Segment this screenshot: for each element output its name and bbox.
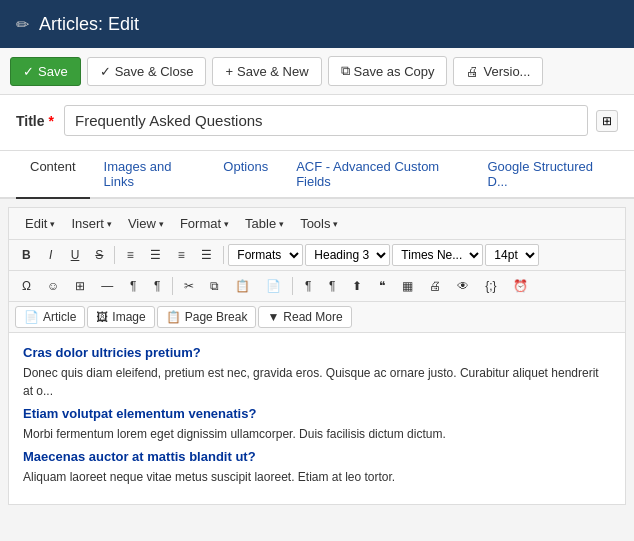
paragraph-1: Cras dolor ultricies pretium? Donec quis…: [23, 345, 611, 400]
upload-button[interactable]: ⬆: [345, 275, 369, 297]
table-insert-button[interactable]: ▦: [395, 275, 420, 297]
justify-button[interactable]: ☰: [194, 244, 219, 266]
editor-content[interactable]: Cras dolor ultricies pretium? Donec quis…: [9, 333, 625, 504]
pilcrow-left-button[interactable]: ¶: [122, 275, 144, 297]
body-2: Morbi fermentum lorem eget dignissim ull…: [23, 425, 611, 443]
save-check-icon: ✓: [23, 64, 34, 79]
insert-pagebreak-button[interactable]: 📋 Page Break: [157, 306, 257, 328]
align-right-button[interactable]: ≡: [170, 244, 192, 266]
edit-icon: ✏: [16, 15, 29, 34]
editor-menubar: Edit▾ Insert▾ View▾ Format▾ Table▾ Tools…: [9, 208, 625, 240]
align-left-button[interactable]: ≡: [119, 244, 141, 266]
menu-tools[interactable]: Tools▾: [292, 212, 346, 235]
cut-button[interactable]: ✂: [177, 275, 201, 297]
image-icon: 🖼: [96, 310, 108, 324]
title-label: Title *: [16, 113, 56, 129]
save-new-button[interactable]: + Save & New: [212, 57, 321, 86]
body-3: Aliquam laoreet neque vitae metus suscip…: [23, 468, 611, 486]
menu-view[interactable]: View▾: [120, 212, 172, 235]
blockquote-button[interactable]: ❝: [371, 275, 393, 297]
font-select[interactable]: Times Ne...: [392, 244, 483, 266]
heading-1: Cras dolor ultricies pretium?: [23, 345, 611, 360]
save-copy-button[interactable]: ⧉ Save as Copy: [328, 56, 448, 86]
pagebreak-icon: 📋: [166, 310, 181, 324]
formats-select[interactable]: Formats: [228, 244, 303, 266]
version-label: Versio...: [483, 64, 530, 79]
pilcrow-button[interactable]: ¶: [297, 275, 319, 297]
save-new-plus-icon: +: [225, 64, 233, 79]
pilcrow-right-button[interactable]: ¶: [146, 275, 168, 297]
dash-button[interactable]: —: [94, 275, 120, 297]
tab-content[interactable]: Content: [16, 151, 90, 199]
menu-table[interactable]: Table▾: [237, 212, 292, 235]
save-close-label: Save & Close: [115, 64, 194, 79]
save-button[interactable]: ✓ Save: [10, 57, 81, 86]
insert-readmore-button[interactable]: ▼ Read More: [258, 306, 351, 328]
paste-text-button[interactable]: 📄: [259, 275, 288, 297]
separator-2: [223, 246, 224, 264]
app-header: ✏ Articles: Edit: [0, 0, 634, 48]
editor-formatting-toolbar: B I U S ≡ ☰ ≡ ☰ Formats Heading 3 Times …: [9, 240, 625, 271]
insert-article-button[interactable]: 📄 Article: [15, 306, 85, 328]
tools-arrow-icon: ▾: [333, 219, 338, 229]
underline-button[interactable]: U: [64, 244, 87, 266]
editor: Edit▾ Insert▾ View▾ Format▾ Table▾ Tools…: [8, 207, 626, 505]
image-label: Image: [112, 310, 145, 324]
align-center-button[interactable]: ☰: [143, 244, 168, 266]
bold-button[interactable]: B: [15, 244, 38, 266]
save-copy-label: Save as Copy: [354, 64, 435, 79]
save-close-check-icon: ✓: [100, 64, 111, 79]
emoji-button[interactable]: ☺: [40, 275, 66, 297]
preview-button[interactable]: 👁: [450, 275, 476, 297]
title-input[interactable]: [64, 105, 588, 136]
save-copy-icon: ⧉: [341, 63, 350, 79]
tab-bar: Content Images and Links Options ACF - A…: [0, 151, 634, 199]
code-button[interactable]: {;}: [478, 275, 503, 297]
main-toolbar: ✓ Save ✓ Save & Close + Save & New ⧉ Sav…: [0, 48, 634, 95]
save-label: Save: [38, 64, 68, 79]
editor-insert-toolbar: 📄 Article 🖼 Image 📋 Page Break ▼ Read Mo…: [9, 302, 625, 333]
title-row: Title * ⊞: [16, 105, 618, 136]
view-arrow-icon: ▾: [159, 219, 164, 229]
save-new-label: Save & New: [237, 64, 309, 79]
body-1: Donec quis diam eleifend, pretium est ne…: [23, 364, 611, 400]
title-meta-button[interactable]: ⊞: [596, 110, 618, 132]
editor-toolbar-2: Ω ☺ ⊞ — ¶ ¶ ✂ ⧉ 📋 📄 ¶ ¶ ⬆ ❝ ▦ 🖨 👁 {;} ⏰: [9, 271, 625, 302]
separator-4: [292, 277, 293, 295]
menu-format[interactable]: Format▾: [172, 212, 237, 235]
menu-edit[interactable]: Edit▾: [17, 212, 63, 235]
readmore-label: Read More: [283, 310, 342, 324]
copy-button[interactable]: ⧉: [203, 275, 226, 297]
separator-1: [114, 246, 115, 264]
tab-acf[interactable]: ACF - Advanced Custom Fields: [282, 151, 473, 199]
strikethrough-button[interactable]: S: [88, 244, 110, 266]
readmore-arrow-icon: ▼: [267, 310, 279, 324]
heading-select[interactable]: Heading 3: [305, 244, 390, 266]
grid-button[interactable]: ⊞: [68, 275, 92, 297]
insert-image-button[interactable]: 🖼 Image: [87, 306, 154, 328]
pilcrow2-button[interactable]: ¶: [321, 275, 343, 297]
page-title: Articles: Edit: [39, 14, 139, 35]
omega-button[interactable]: Ω: [15, 275, 38, 297]
edit-arrow-icon: ▾: [50, 219, 55, 229]
paste-button[interactable]: 📋: [228, 275, 257, 297]
separator-3: [172, 277, 173, 295]
clock-button[interactable]: ⏰: [506, 275, 535, 297]
paragraph-2: Etiam volutpat elementum venenatis? Morb…: [23, 406, 611, 443]
tab-google[interactable]: Google Structured D...: [474, 151, 619, 199]
article-label: Article: [43, 310, 76, 324]
size-select[interactable]: 14pt: [485, 244, 539, 266]
save-close-button[interactable]: ✓ Save & Close: [87, 57, 207, 86]
format-arrow-icon: ▾: [224, 219, 229, 229]
insert-arrow-icon: ▾: [107, 219, 112, 229]
print-button[interactable]: 🖨: [422, 275, 448, 297]
heading-3: Maecenas auctor at mattis blandit ut?: [23, 449, 611, 464]
tab-options[interactable]: Options: [209, 151, 282, 199]
italic-button[interactable]: I: [40, 244, 62, 266]
article-icon: 📄: [24, 310, 39, 324]
tab-images-links[interactable]: Images and Links: [90, 151, 210, 199]
menu-insert[interactable]: Insert▾: [63, 212, 120, 235]
heading-2: Etiam volutpat elementum venenatis?: [23, 406, 611, 421]
table-arrow-icon: ▾: [279, 219, 284, 229]
version-button[interactable]: 🖨 Versio...: [453, 57, 543, 86]
